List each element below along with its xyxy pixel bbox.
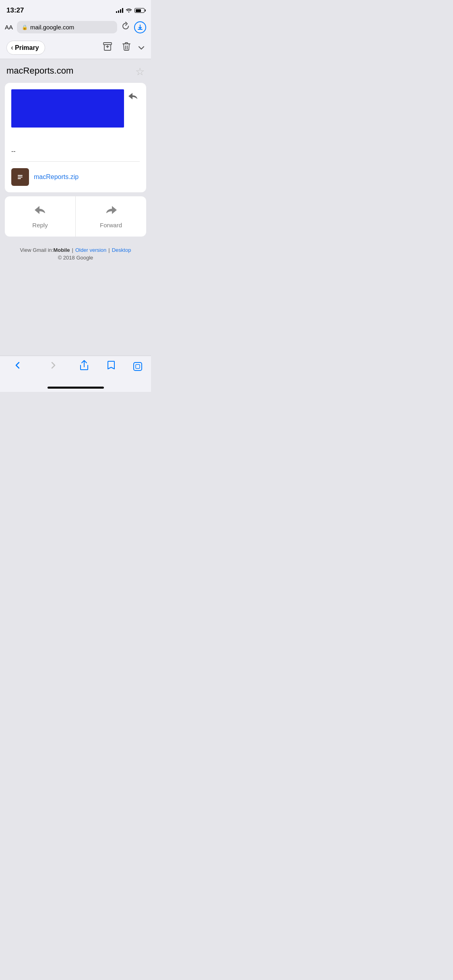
status-icons: [116, 8, 145, 14]
footer-mobile: Mobile: [53, 247, 70, 253]
footer-copyright: © 2018 Google: [11, 255, 140, 261]
footer-desktop-link[interactable]: Desktop: [112, 247, 131, 253]
reply-icon: [34, 204, 47, 218]
archive-button[interactable]: [100, 42, 115, 54]
aa-text[interactable]: AA: [5, 24, 13, 31]
browser-bar: AA 🔒 mail.google.com: [0, 18, 151, 37]
attachment-row: macReports.zip: [5, 162, 146, 192]
email-image-area: [5, 83, 146, 128]
gmail-footer: View Gmail in: Mobile | Older version | …: [5, 243, 146, 269]
footer-sep1: |: [72, 247, 73, 253]
wifi-icon: [126, 8, 132, 14]
lock-icon: 🔒: [22, 25, 28, 30]
forward-icon: [105, 204, 118, 218]
svg-rect-0: [103, 43, 112, 45]
forward-button[interactable]: Forward: [76, 196, 146, 237]
url-bar[interactable]: 🔒 mail.google.com: [17, 21, 117, 33]
back-button[interactable]: ‹ Primary: [6, 41, 45, 55]
signal-icon: [116, 8, 123, 13]
footer-prefix: View Gmail in:: [20, 247, 54, 253]
footer-links: View Gmail in: Mobile | Older version | …: [11, 247, 140, 253]
attachment-link[interactable]: macReports.zip: [34, 173, 79, 181]
back-nav-button[interactable]: [9, 361, 27, 372]
bookmarks-button[interactable]: [107, 360, 116, 373]
reload-button[interactable]: [121, 22, 130, 33]
email-card: -- macReports.zip: [5, 83, 146, 192]
tabs-button[interactable]: [133, 362, 142, 371]
svg-rect-5: [136, 364, 140, 369]
battery-icon: [134, 8, 145, 13]
safari-toolbar: [0, 356, 151, 384]
quick-reply-button[interactable]: [126, 89, 140, 105]
reply-label: Reply: [32, 222, 48, 229]
trash-button[interactable]: [120, 42, 133, 54]
email-banner-image: [11, 89, 124, 128]
back-label: Primary: [15, 44, 39, 51]
forward-nav-button[interactable]: [44, 361, 62, 372]
footer-sep2: |: [108, 247, 110, 253]
email-header: macReports.com ☆: [5, 66, 146, 83]
gmail-toolbar: ‹ Primary: [0, 37, 151, 59]
download-button[interactable]: [134, 21, 146, 33]
url-text: mail.google.com: [30, 24, 74, 31]
star-button[interactable]: ☆: [135, 66, 145, 78]
email-body: --: [5, 128, 146, 161]
reply-button[interactable]: Reply: [5, 196, 76, 237]
dash-text: --: [11, 148, 16, 154]
action-card: Reply Forward: [5, 196, 146, 237]
share-button[interactable]: [80, 360, 89, 373]
back-chevron-icon: ‹: [11, 43, 13, 52]
forward-label: Forward: [100, 222, 122, 229]
status-time: 13:27: [6, 6, 24, 14]
footer-older-link[interactable]: Older version: [75, 247, 106, 253]
home-indicator: [0, 384, 151, 392]
extra-space: [5, 269, 146, 349]
status-bar: 13:27: [0, 0, 151, 18]
attachment-icon: [11, 168, 29, 186]
sender-name: macReports.com: [6, 66, 73, 76]
home-bar: [48, 387, 104, 389]
main-content: macReports.com ☆ --: [0, 59, 151, 356]
dropdown-button[interactable]: [138, 45, 145, 51]
